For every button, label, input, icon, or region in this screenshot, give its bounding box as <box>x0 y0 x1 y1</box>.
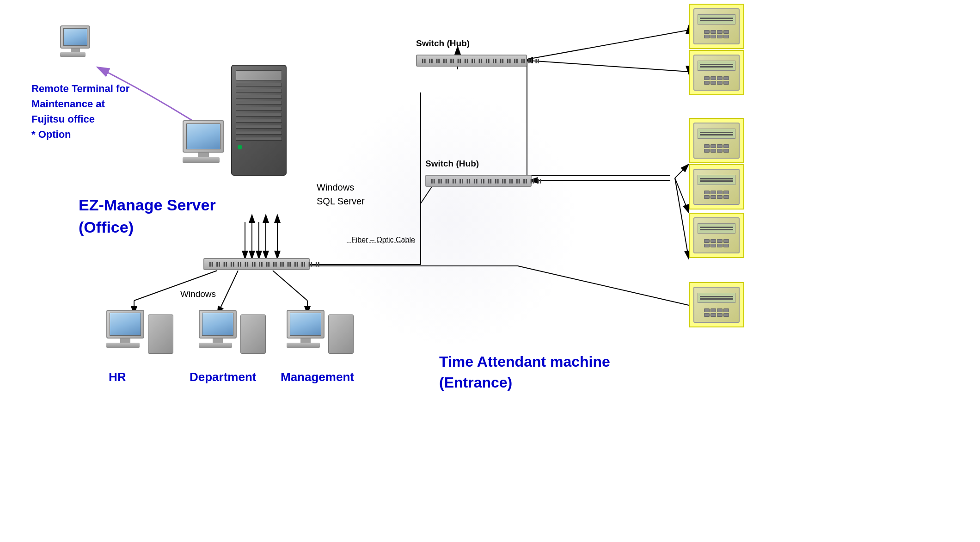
hr-computer <box>106 310 144 348</box>
diagram-container: Remote Terminal for Maintenance at Fujit… <box>0 0 980 542</box>
ez-manage-label: EZ-Manage Server (Office) <box>79 194 216 238</box>
remote-terminal-computer <box>60 25 90 57</box>
department-label: Department <box>190 370 256 384</box>
watermark <box>324 92 578 347</box>
department-computer <box>199 310 237 348</box>
middle-switch: Switch (Hub) ▐▌▐▌▐▌▐▌▐▌▐▌▐▌▐▌▐▌▐▌▐▌▐▌▐▌▐… <box>425 175 532 187</box>
time-attendant-label: Time Attendant machine (Entrance) <box>439 351 610 393</box>
fiber-optic-label: Fiber – Optic Cable <box>351 236 415 244</box>
time-machine-4 <box>689 164 744 209</box>
remote-monitor <box>60 25 90 57</box>
hr-label: HR <box>109 370 126 384</box>
middle-switch-label: Switch (Hub) <box>425 159 479 169</box>
top-switch-label: Switch (Hub) <box>416 38 470 49</box>
top-switch: Switch (Hub) ▐▌▐▌▐▌▐▌▐▌▐▌▐▌▐▌▐▌▐▌▐▌▐▌▐▌▐… <box>416 55 527 67</box>
time-machine-6 <box>689 282 744 327</box>
management-computer <box>287 310 325 348</box>
management-label: Management <box>281 370 354 384</box>
remote-terminal-label: Remote Terminal for Maintenance at Fujit… <box>31 81 129 142</box>
windows-sql-label: Windows SQL Server <box>317 180 365 208</box>
time-machine-2 <box>689 50 744 95</box>
time-machine-5 <box>689 213 744 258</box>
time-machine-1 <box>689 4 744 49</box>
server-tower <box>231 65 287 176</box>
windows-clients-label: Windows <box>180 289 216 299</box>
time-machine-3 <box>689 118 744 163</box>
main-switch: ▐▌▐▌▐▌▐▌▐▌▐▌▐▌▐▌▐▌▐▌▐▌▐▌▐▌▐▌▐▌▐▌ <box>203 258 310 270</box>
server-monitor <box>183 120 224 163</box>
